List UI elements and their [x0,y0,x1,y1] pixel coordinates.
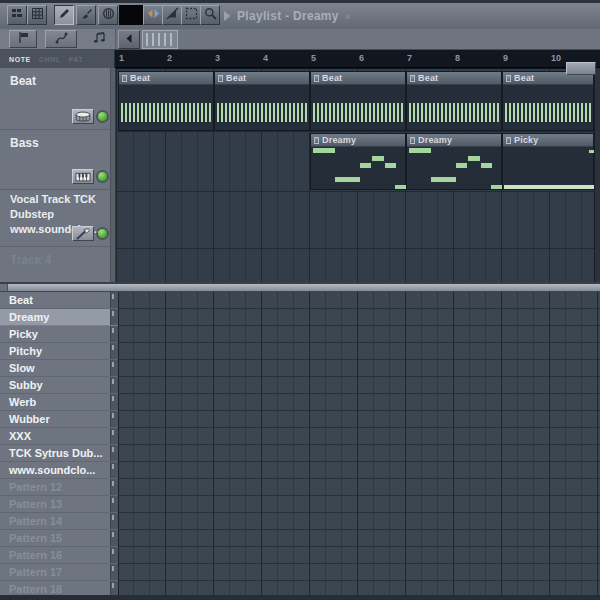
slip-tool-button[interactable] [143,5,163,25]
pattern-list-item[interactable]: Beat [0,292,118,309]
window-detach-arrow[interactable]: » [345,11,351,22]
pattern-list-item[interactable]: Pattern 13 [0,496,118,513]
zoom-tool-button[interactable] [200,5,220,25]
track-header-vocal[interactable]: Vocal Track TCK Dubstep www.soundclou... [0,190,110,247]
pattern-list-item[interactable]: www.soundclo... [0,462,118,479]
playlist-subtoolbar [0,29,600,50]
pencil-icon [58,6,71,24]
clip-menu-icon[interactable] [314,137,319,144]
clip-menu-icon[interactable] [218,75,223,82]
playlist-grid[interactable]: Beat Beat Beat Beat Beat Dreamy [116,68,594,282]
ruler-bar-number: 3 [215,53,220,63]
edit-mode-labels: NOTE CHNL PAT [0,50,115,68]
clip-menu-icon[interactable] [410,137,415,144]
window-title-area: Playlist - Dreamy » [224,7,350,25]
pattern-thumbnail [110,530,118,546]
pattern-list-item[interactable]: Pattern 15 [0,530,118,547]
pattern-clip-beat[interactable]: Beat [310,71,406,131]
track-mute-led[interactable] [98,172,107,181]
drum-icon[interactable] [72,109,94,124]
grid-view-button[interactable] [27,5,47,25]
track-separator [117,131,595,132]
pattern-thumbnail [110,547,118,563]
pattern-thumbnail [110,411,118,427]
pattern-list-item[interactable]: Wubber [0,411,118,428]
tab-notes[interactable] [84,30,114,48]
play-arrow-icon [224,7,231,25]
pattern-list-item[interactable]: Picky [0,326,118,343]
pattern-clip-dreamy[interactable]: Dreamy [310,133,406,190]
mode-label-note[interactable]: NOTE [9,56,31,63]
track-header-bass[interactable]: Bass [0,130,110,190]
pattern-list-item[interactable]: TCK Sytrus Dub... [0,445,118,462]
track-mute-led[interactable] [98,112,107,121]
pattern-list-item[interactable]: Werb [0,394,118,411]
pattern-thumbnail [110,445,118,461]
pattern-list-item[interactable]: Pattern 17 [0,564,118,581]
ruler-bar-number: 2 [167,53,172,63]
pattern-picker-section: Beat Dreamy Picky Pitchy Slow Subby Werb… [0,292,600,600]
automation-icon [55,30,68,48]
ruler-bar-number: 6 [359,53,364,63]
track-mute-led[interactable] [98,229,107,238]
timeline-ruler[interactable]: 1 2 3 4 5 6 7 8 9 10 [115,50,600,68]
mute-tool-button[interactable] [162,5,182,25]
clip-label: Picky [514,135,539,145]
blocks-view-button[interactable] [7,5,27,25]
clip-menu-icon[interactable] [314,75,319,82]
pattern-thumbnail [110,462,118,478]
clip-menu-icon[interactable] [410,75,415,82]
track-name-line: www.soundclou... [10,222,110,237]
pattern-thumbnail [110,394,118,410]
pattern-list-item[interactable]: Pattern 16 [0,547,118,564]
track-header-beat[interactable]: Beat [0,68,110,130]
pattern-list-item[interactable]: Slow [0,360,118,377]
scrollbar-thumb[interactable] [566,62,596,75]
track-separator [117,191,595,192]
grip-stripes-icon [146,33,174,46]
vertical-scrollbar[interactable] [594,68,600,282]
track-type-tabs [0,29,116,49]
mute-icon [166,6,179,24]
clip-menu-icon[interactable] [506,75,511,82]
track-header-track4[interactable]: Track 4 [0,247,110,282]
tab-automation[interactable] [45,30,77,48]
pattern-clip-beat[interactable]: Beat [406,71,502,131]
clip-menu-icon[interactable] [122,75,127,82]
delete-tool-button[interactable] [98,5,118,25]
pattern-grid[interactable] [118,292,600,600]
draw-tool-button[interactable] [54,5,74,25]
track-name: Beat [10,74,36,88]
pattern-list-item[interactable]: Pattern 12 [0,479,118,496]
mode-label-pat[interactable]: PAT [69,56,84,63]
pattern-clip-picky[interactable]: Picky [502,133,594,190]
pattern-clip-beat[interactable]: Beat [214,71,310,131]
select-tool-button[interactable] [181,5,201,25]
pattern-list-item[interactable]: Subby [0,377,118,394]
pattern-clip-beat[interactable]: Beat [118,71,214,131]
pattern-list-item[interactable]: Pattern 14 [0,513,118,530]
pattern-clip-dreamy[interactable]: Dreamy [406,133,502,190]
scroll-back-button[interactable] [118,30,140,49]
ruler-bar-number: 4 [263,53,268,63]
track-name-line: Dubstep [10,207,110,222]
pattern-thumbnail [110,479,118,495]
clip-label: Dreamy [418,135,452,145]
section-splitter[interactable] [0,282,600,292]
pattern-list-item[interactable]: Pitchy [0,343,118,360]
clip-label: Dreamy [322,135,356,145]
wrench-icon[interactable] [72,226,94,241]
pattern-thumbnail [110,513,118,529]
ruler-bar-number: 5 [311,53,316,63]
pattern-list-item-selected[interactable]: Dreamy [0,309,118,326]
paint-tool-button[interactable] [76,5,96,25]
mode-label-chnl[interactable]: CHNL [39,56,61,63]
pattern-thumbnail [110,326,118,342]
tab-marker[interactable] [9,30,37,48]
clip-menu-icon[interactable] [506,137,511,144]
playlist-top-section: Beat Bass Vocal Track TCK Dubstep www.so… [0,68,600,282]
pattern-clip-beat[interactable]: Beat [502,71,594,131]
piano-icon[interactable] [72,169,94,184]
horizontal-scroll-thumb[interactable] [142,30,178,49]
pattern-list-item[interactable]: XXX [0,428,118,445]
